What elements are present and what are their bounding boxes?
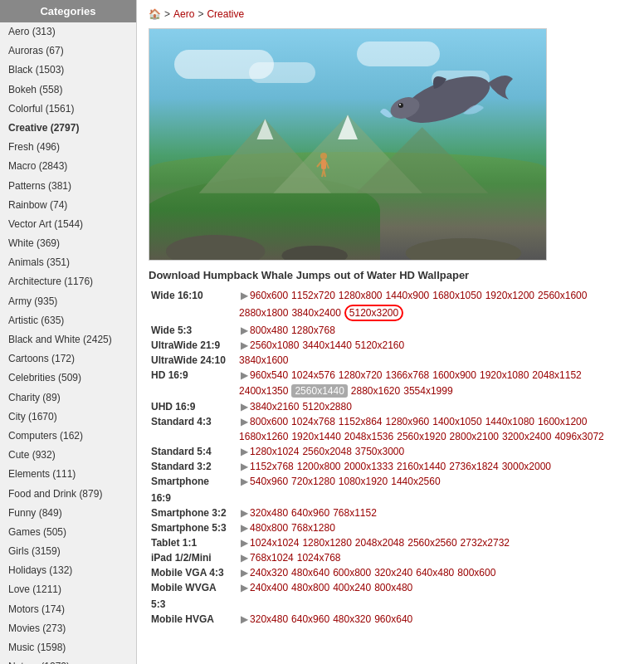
resolution-link[interactable]: 1680x1260 [239,431,288,442]
resolution-link[interactable]: 2400x1350 [239,385,288,397]
resolution-link[interactable]: 1152x864 [339,416,383,427]
resolution-link[interactable]: 2560x2560 [407,537,456,549]
resolution-link[interactable]: 2160x1440 [397,461,446,472]
resolution-link[interactable]: 600x800 [333,567,371,579]
resolution-link[interactable]: 2560x1080 [250,339,299,351]
resolution-link[interactable]: 320x480 [250,613,288,625]
resolution-link[interactable]: 480x320 [333,613,371,625]
resolution-link[interactable]: 3840x2400 [291,307,340,319]
resolution-link[interactable]: 640x960 [291,507,329,519]
resolution-link[interactable]: 640x480 [416,567,454,579]
resolution-link[interactable]: 1080x1920 [339,476,388,487]
sidebar-item[interactable]: Funny (849) [0,504,136,523]
resolution-link[interactable]: 3554x1999 [403,385,452,397]
resolution-link[interactable]: 1366x768 [386,369,430,381]
resolution-link[interactable]: 2048x1536 [344,431,393,442]
resolution-link[interactable]: 768x1024 [250,552,294,564]
resolution-link[interactable]: 1024x1024 [250,537,299,549]
sidebar-item[interactable]: Computers (162) [0,427,136,446]
sidebar-item[interactable]: Bokeh (558) [0,81,136,100]
sidebar-item[interactable]: Aero (313) [0,22,136,42]
resolution-link[interactable]: 4096x3072 [554,431,603,442]
resolution-link[interactable]: 320x480 [250,507,288,519]
breadcrumb-creative[interactable]: Creative [207,8,244,20]
home-icon[interactable]: 🏠 [149,8,161,20]
sidebar-item[interactable]: White (369) [0,234,136,253]
resolution-link[interactable]: 1400x1050 [432,416,481,427]
sidebar-item[interactable]: Patterns (381) [0,177,136,196]
resolution-link[interactable]: 960x600 [250,290,288,301]
sidebar-item[interactable]: Movies (273) [0,619,136,638]
resolution-link[interactable]: 1280x768 [291,325,335,336]
resolution-link[interactable]: 2736x1824 [449,461,498,472]
resolution-link[interactable]: 3200x2400 [502,431,551,442]
resolution-link[interactable]: 2880x1620 [351,385,400,397]
sidebar-item[interactable]: Holidays (132) [0,561,136,580]
resolution-link[interactable]: 2560x1440 [291,384,347,398]
sidebar-item[interactable]: Food and Drink (879) [0,485,136,504]
sidebar-item[interactable]: Celebrities (509) [0,369,136,388]
resolution-link[interactable]: 1152x768 [250,461,294,472]
resolution-link[interactable]: 5120x2160 [355,339,404,351]
resolution-link[interactable]: 1024x768 [291,416,335,427]
resolution-link[interactable]: 3840x2160 [250,401,299,413]
resolution-link[interactable]: 480x800 [291,582,329,593]
sidebar-item[interactable]: Architecture (1176) [0,272,136,291]
sidebar-item[interactable]: Black and White (2425) [0,330,136,349]
resolution-link[interactable]: 1152x720 [291,290,335,301]
sidebar-item[interactable]: Nature (1272) [0,657,136,664]
resolution-link[interactable]: 1024x576 [291,369,335,381]
resolution-link[interactable]: 800x600 [457,567,495,579]
resolution-link[interactable]: 1920x1440 [291,431,340,442]
resolution-link[interactable]: 2732x2732 [461,537,510,549]
resolution-link[interactable]: 2560x1600 [538,290,587,301]
resolution-link[interactable]: 1600x900 [432,369,476,381]
resolution-link[interactable]: 720x1280 [291,476,335,487]
resolution-link[interactable]: 240x400 [250,582,288,593]
resolution-link[interactable]: 2560x1920 [397,431,446,442]
resolution-link[interactable]: 1600x1200 [538,416,587,427]
resolution-link[interactable]: 400x240 [333,582,371,593]
resolution-link[interactable]: 800x600 [250,416,288,427]
resolution-link[interactable]: 960x540 [250,369,288,381]
resolution-link[interactable]: 1280x1024 [250,446,299,457]
resolution-link[interactable]: 2048x1152 [532,369,581,381]
sidebar-item[interactable]: Fresh (496) [0,138,136,157]
resolution-link[interactable]: 2048x2048 [355,537,404,549]
resolution-link[interactable]: 800x480 [250,325,288,336]
sidebar-item[interactable]: Music (1598) [0,638,136,657]
sidebar-item[interactable]: Creative (2797) [0,119,136,138]
sidebar-item[interactable]: Cute (932) [0,446,136,465]
sidebar-item[interactable]: Games (505) [0,523,136,542]
resolution-link[interactable]: 240x320 [250,567,288,579]
sidebar-item[interactable]: Colorful (1561) [0,100,136,119]
sidebar-item[interactable]: Vector Art (1544) [0,215,136,234]
resolution-link[interactable]: 1280x720 [339,369,383,381]
sidebar-item[interactable]: Elements (111) [0,465,136,484]
resolution-link[interactable]: 2800x2100 [450,431,499,442]
sidebar-item[interactable]: Charity (89) [0,388,136,408]
sidebar-item[interactable]: Auroras (67) [0,42,136,61]
resolution-link[interactable]: 768x1152 [333,507,377,519]
resolution-link[interactable]: 5120x2880 [302,401,351,413]
resolution-link[interactable]: 1280x800 [339,290,383,301]
resolution-link[interactable]: 320x240 [374,567,412,579]
resolution-link[interactable]: 1200x800 [297,461,341,472]
resolution-link[interactable]: 1280x960 [386,416,430,427]
resolution-link[interactable]: 1920x1200 [485,290,534,301]
resolution-link[interactable]: 1440x900 [386,290,430,301]
resolution-link[interactable]: 960x640 [374,613,412,625]
sidebar-item[interactable]: Macro (2843) [0,157,136,176]
sidebar-item[interactable]: Army (935) [0,292,136,311]
resolution-link[interactable]: 540x960 [250,476,288,487]
resolution-link[interactable]: 5120x3200 [344,305,403,321]
resolution-link[interactable]: 1680x1050 [432,290,481,301]
resolution-link[interactable]: 2560x2048 [302,446,351,457]
resolution-link[interactable]: 1440x1080 [485,416,534,427]
sidebar-item[interactable]: Rainbow (74) [0,196,136,215]
sidebar-item[interactable]: Motors (174) [0,600,136,619]
sidebar-item[interactable]: City (1670) [0,408,136,427]
resolution-link[interactable]: 1920x1080 [480,369,529,381]
resolution-link[interactable]: 3750x3000 [355,446,404,457]
sidebar-item[interactable]: Girls (3159) [0,542,136,561]
